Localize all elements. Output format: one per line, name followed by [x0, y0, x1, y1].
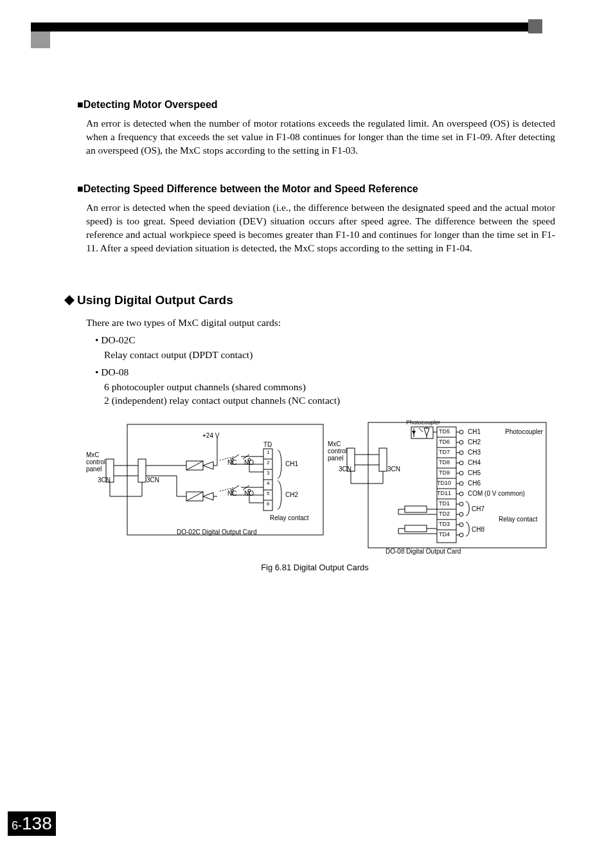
svg-point-68 — [459, 430, 463, 434]
label-td3: TD3 — [439, 521, 450, 527]
subsection-body-2: An error is detected when the speed devi… — [86, 201, 555, 255]
page-num-value: 138 — [22, 813, 52, 833]
label-ch5: CH5 — [468, 469, 481, 476]
label-card-do08: DO-08 Digital Output Card — [386, 548, 461, 555]
label-3cn: 3CN — [339, 466, 351, 473]
label-term1: 1 — [267, 449, 269, 455]
label-ch8: CH8 — [472, 526, 484, 533]
page-prefix: 6- — [12, 819, 22, 832]
label-td4: TD4 — [439, 531, 450, 538]
svg-point-74 — [459, 461, 463, 465]
list-item-sub: Relay contact output (DPDT contact) — [104, 348, 555, 362]
label-com: COM (0 V common) — [468, 490, 525, 497]
label-ch1: CH1 — [468, 428, 481, 435]
page-number: 6-138 — [8, 811, 56, 836]
svg-line-11 — [186, 461, 203, 470]
label-photocoupler: Photocoupler — [505, 428, 543, 435]
label-td7: TD7 — [439, 449, 450, 455]
svg-point-86 — [459, 523, 463, 527]
label-td: TD — [263, 441, 272, 448]
svg-point-72 — [459, 451, 463, 455]
svg-rect-90 — [405, 506, 427, 512]
label-3cn: 3CN — [147, 476, 159, 484]
label-td6: TD6 — [439, 439, 450, 445]
label-nc: NC — [227, 459, 236, 466]
svg-point-70 — [459, 440, 463, 444]
label-ch3: CH3 — [468, 449, 481, 456]
subsection-title-1: ■Detecting Motor Overspeed — [77, 99, 555, 111]
label-term4: 4 — [267, 480, 269, 486]
svg-rect-47 — [379, 448, 387, 471]
label-3cn: 3CN — [98, 476, 111, 484]
label-term6: 6 — [267, 501, 269, 507]
svg-point-82 — [459, 502, 463, 506]
label-td2: TD2 — [439, 511, 450, 517]
subsection-title-2: ■Detecting Speed Difference between the … — [77, 183, 555, 195]
label-term2: 2 — [267, 460, 269, 466]
figure-diagram: MxC control panel 3CN 3CN +24 V TD NC NO… — [77, 419, 553, 557]
label-ch6: CH6 — [468, 480, 481, 487]
svg-rect-45 — [368, 422, 546, 548]
label-td11: TD11 — [437, 490, 451, 496]
bullet-list: • DO-02C Relay contact output (DPDT cont… — [95, 334, 555, 408]
list-item: • DO-02C — [95, 334, 555, 347]
label-td9: TD9 — [439, 469, 450, 476]
label-24v: +24 V — [202, 432, 219, 439]
label-mxc-panel: MxC control panel — [86, 451, 112, 473]
list-item-sub: 6 photocoupler output channels (shared c… — [104, 381, 555, 394]
svg-marker-15 — [203, 493, 213, 500]
label-td8: TD8 — [439, 459, 450, 466]
svg-line-13 — [186, 492, 203, 501]
svg-marker-14 — [203, 462, 213, 469]
label-term5: 5 — [267, 491, 269, 496]
label-relay: Relay contact — [499, 516, 538, 523]
svg-marker-52 — [412, 431, 416, 435]
section-intro: There are two types of MxC digital outpu… — [86, 316, 555, 330]
svg-point-78 — [459, 482, 463, 485]
section-title: Using Digital Output Cards — [64, 293, 542, 307]
label-ch7: CH7 — [472, 505, 484, 512]
header-accent-right — [528, 19, 542, 33]
section-title-text: Using Digital Output Cards — [77, 293, 233, 307]
svg-rect-95 — [405, 525, 427, 532]
label-no: NO — [244, 459, 254, 466]
label-ch2: CH2 — [285, 491, 298, 498]
svg-point-84 — [459, 512, 463, 516]
list-item-sub: 2 (independent) relay contact output cha… — [104, 394, 555, 408]
label-td10: TD10 — [437, 480, 451, 486]
diamond-icon — [64, 295, 75, 305]
label-photocoupler: Photocoupler — [406, 419, 440, 426]
subsection-body-1: An error is detected when the number of … — [86, 117, 555, 158]
label-ch4: CH4 — [468, 459, 481, 466]
figure-caption: Fig 6.81 Digital Output Cards — [77, 563, 553, 572]
svg-point-80 — [459, 492, 463, 496]
label-nc: NC — [227, 490, 236, 497]
label-ch1: CH1 — [285, 460, 298, 467]
svg-rect-3 — [138, 459, 146, 482]
svg-line-53 — [419, 428, 423, 432]
label-relay: Relay contact — [270, 514, 309, 521]
label-ch2: CH2 — [468, 439, 481, 446]
list-item: • DO-08 — [95, 366, 555, 379]
label-mxc-panel: MxC control panel — [328, 440, 353, 462]
label-3cn: 3CN — [387, 466, 400, 473]
label-td5: TD5 — [439, 428, 450, 435]
label-card-do02c: DO-02C Digital Output Card — [177, 529, 257, 536]
svg-point-76 — [459, 471, 463, 475]
page-content: ■Detecting Motor Overspeed An error is d… — [77, 84, 555, 572]
diagram-svg — [77, 419, 553, 557]
svg-point-88 — [459, 533, 463, 537]
svg-marker-0 — [64, 295, 75, 305]
label-td1: TD1 — [439, 500, 450, 507]
header-rule — [31, 23, 542, 32]
svg-marker-54 — [424, 428, 429, 436]
label-term3: 3 — [267, 470, 269, 476]
label-no: NO — [244, 490, 254, 497]
